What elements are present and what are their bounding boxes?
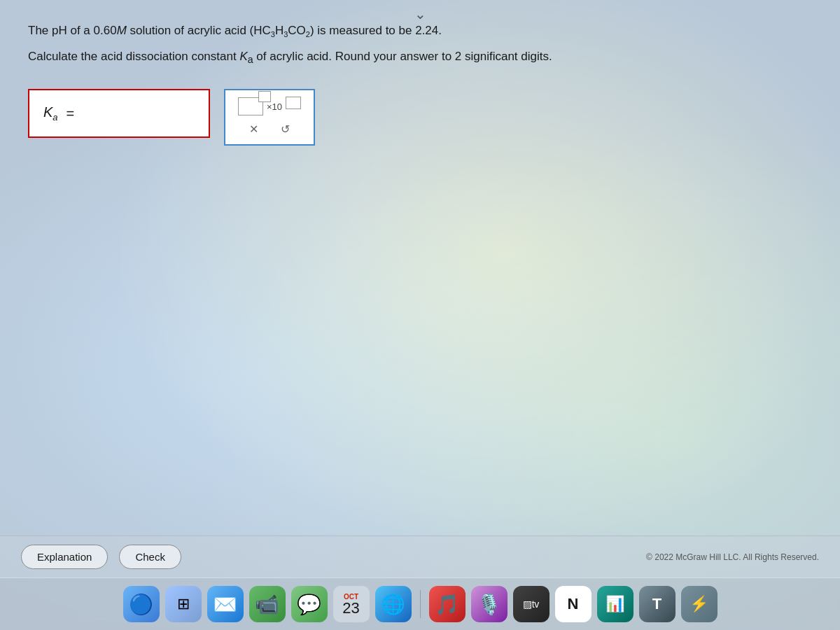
clear-button[interactable]: ✕ bbox=[245, 121, 262, 137]
dock-messages[interactable]: 💬 bbox=[291, 586, 328, 622]
appletv-icon: ▨tv bbox=[523, 598, 538, 610]
dock-appletv[interactable]: ▨tv bbox=[513, 586, 550, 622]
calendar-day: 23 bbox=[342, 601, 359, 616]
dock-finder[interactable]: 🔵 bbox=[123, 586, 160, 622]
scientific-notation-box: ×10 ✕ ↺ bbox=[224, 89, 315, 146]
times-ten-label: ×10 bbox=[267, 102, 282, 112]
dock-launchpad[interactable]: ⊞ bbox=[165, 586, 202, 622]
sci-action-buttons: ✕ ↺ bbox=[245, 121, 294, 137]
dock-podcasts[interactable]: 🎙️ bbox=[471, 586, 507, 622]
launchpad-icon: ⊞ bbox=[177, 595, 190, 613]
explanation-button[interactable]: Explanation bbox=[21, 545, 108, 569]
finder-icon: 🔵 bbox=[129, 593, 153, 616]
dock-music[interactable]: 🎵 bbox=[429, 586, 465, 622]
dock-mail[interactable]: ✉️ bbox=[207, 586, 244, 622]
macos-dock: 🔵 ⊞ ✉️ 📹 💬 OCT 23 🌐 🎵 🎙️ ▨tv N bbox=[0, 578, 840, 630]
copyright-text: © 2022 McGraw Hill LLC. All Rights Reser… bbox=[646, 552, 819, 562]
dock-facetime[interactable]: 📹 bbox=[249, 586, 286, 622]
sci-notation-row: ×10 bbox=[238, 97, 301, 115]
sci-mantissa-superscript-input[interactable] bbox=[259, 92, 270, 102]
sci-exponent-box[interactable] bbox=[286, 97, 301, 109]
podcasts-icon: 🎙️ bbox=[477, 593, 501, 616]
notion-icon: N bbox=[568, 595, 579, 613]
sci-exponent-input[interactable] bbox=[286, 99, 300, 111]
check-button[interactable]: Check bbox=[119, 545, 181, 569]
stocks-icon: 📊 bbox=[606, 595, 624, 613]
dock-safari[interactable]: 🌐 bbox=[375, 586, 412, 622]
dock-separator bbox=[420, 590, 421, 618]
main-content: The pH of a 0.60M solution of acrylic ac… bbox=[0, 0, 840, 578]
dock-notion[interactable]: N bbox=[555, 586, 592, 622]
ka-label: Ka bbox=[43, 104, 58, 122]
sci-mantissa-superscript[interactable] bbox=[258, 91, 271, 102]
messages-icon: 💬 bbox=[297, 593, 321, 616]
answer-area: Ka = ×10 bbox=[28, 89, 812, 146]
ka-answer-box: Ka = bbox=[28, 89, 210, 138]
dock-battery[interactable]: ⚡ bbox=[681, 586, 718, 622]
dock-stocks[interactable]: 📊 bbox=[597, 586, 634, 622]
problem-line2: Calculate the acid dissociation constant… bbox=[28, 47, 812, 68]
ka-equals: = bbox=[66, 106, 75, 122]
dock-calendar[interactable]: OCT 23 bbox=[333, 586, 370, 622]
undo-button[interactable]: ↺ bbox=[276, 121, 294, 137]
problem-line1: The pH of a 0.60M solution of acrylic ac… bbox=[28, 21, 812, 41]
facetime-icon: 📹 bbox=[255, 593, 279, 616]
battery-icon: ⚡ bbox=[690, 595, 708, 613]
safari-icon: 🌐 bbox=[381, 593, 405, 616]
music-icon: 🎵 bbox=[435, 593, 459, 616]
bottom-action-bar: Explanation Check © 2022 McGraw Hill LLC… bbox=[0, 536, 840, 578]
ka-input[interactable] bbox=[83, 106, 139, 121]
textutil-icon: T bbox=[652, 595, 662, 613]
mail-icon: ✉️ bbox=[213, 593, 237, 616]
dock-textutil[interactable]: T bbox=[639, 586, 676, 622]
